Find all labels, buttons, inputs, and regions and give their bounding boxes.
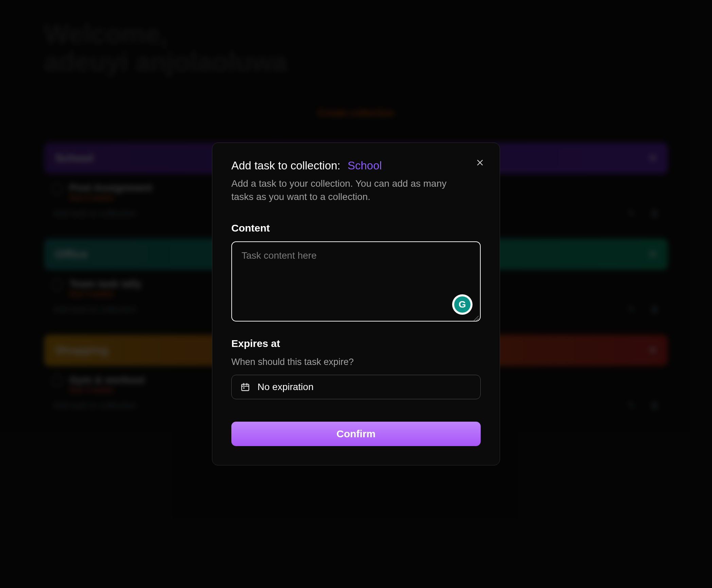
- expires-sublabel: When should this task expire?: [231, 357, 481, 367]
- svg-line-3: [476, 318, 479, 321]
- calendar-icon: [241, 382, 250, 392]
- confirm-button[interactable]: Confirm: [231, 422, 481, 446]
- grammarly-glyph: G: [454, 296, 470, 313]
- modal-overlay[interactable]: Add task to collection: School Add a tas…: [0, 0, 712, 588]
- svg-rect-4: [242, 384, 249, 391]
- add-task-modal: Add task to collection: School Add a tas…: [212, 143, 500, 465]
- task-content-input[interactable]: [231, 241, 481, 321]
- grammarly-icon[interactable]: G: [452, 294, 473, 315]
- content-label: Content: [231, 222, 481, 234]
- modal-collection-name: School: [348, 159, 382, 172]
- modal-description: Add a task to your collection. You can a…: [231, 177, 462, 203]
- expiration-value: No expiration: [257, 382, 314, 392]
- expires-label: Expires at: [231, 338, 481, 349]
- confirm-label: Confirm: [337, 428, 376, 439]
- resize-handle-icon: [473, 315, 479, 321]
- svg-rect-8: [243, 388, 245, 389]
- svg-line-2: [474, 316, 479, 321]
- close-icon: [476, 159, 484, 167]
- modal-title-prefix: Add task to collection:: [231, 159, 340, 172]
- modal-close-button[interactable]: [473, 156, 487, 169]
- expiration-date-button[interactable]: No expiration: [231, 375, 481, 399]
- modal-title: Add task to collection: School: [231, 159, 481, 172]
